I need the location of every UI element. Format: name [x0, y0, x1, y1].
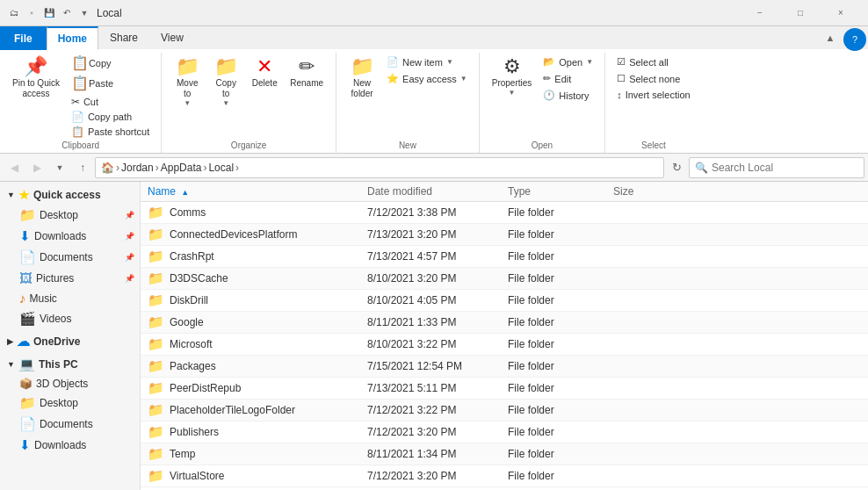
- refresh-button[interactable]: ↻: [666, 157, 687, 178]
- file-list: Name ▲ Date modified Type Size 📁 Comms 7…: [141, 182, 868, 490]
- sidebar-item-downloads-pc[interactable]: ⬇ Downloads: [0, 435, 140, 456]
- cut-button[interactable]: ✂ Cut: [67, 95, 154, 109]
- sidebar-item-3d-objects[interactable]: 📦 3D Objects: [0, 375, 140, 393]
- table-row[interactable]: 📁 ConnectedDevicesPlatform 7/13/2021 3:2…: [141, 224, 868, 246]
- history-button[interactable]: 🕐 History: [539, 88, 597, 103]
- quick-access-icon: ▪: [25, 6, 39, 20]
- properties-dropdown-icon: ▼: [509, 89, 516, 97]
- back-button[interactable]: ◀: [4, 157, 25, 178]
- copy-path-button[interactable]: 📄 Copy path: [67, 110, 154, 124]
- sidebar-item-videos[interactable]: 🎬 Videos: [0, 308, 140, 329]
- paste-icon: 📋: [71, 76, 89, 90]
- sidebar-section-onedrive: ▶ ☁ OneDrive: [0, 331, 140, 352]
- table-row[interactable]: 📁 Publishers 7/12/2021 3:20 PM File fold…: [141, 422, 868, 443]
- open-button[interactable]: 📂 Open ▼: [539, 54, 597, 69]
- sidebar-item-desktop-pc[interactable]: 📁 Desktop: [0, 393, 140, 414]
- sidebar-item-music[interactable]: ♪ Music: [0, 288, 140, 308]
- clipboard-col: 📋 Copy 📋 Paste ✂ Cut 📄 Copy path 📋: [67, 54, 154, 139]
- new-item-button[interactable]: 📄 New item ▼: [382, 54, 472, 69]
- copy-to-button[interactable]: 📁 Copy to ▼: [207, 54, 244, 111]
- sidebar-item-downloads[interactable]: ⬇ Downloads 📌: [0, 226, 140, 247]
- recent-locations-button[interactable]: ▼: [49, 157, 70, 178]
- sidebar-item-documents[interactable]: 📄 Documents 📌: [0, 247, 140, 268]
- sidebar-item-desktop[interactable]: 📁 Desktop 📌: [0, 205, 140, 226]
- file-type-cell: File folder: [508, 360, 613, 372]
- videos-folder-icon: 🎬: [19, 311, 36, 327]
- onedrive-icon: ☁: [17, 334, 30, 349]
- paste-shortcut-button[interactable]: 📋 Paste shortcut: [67, 125, 154, 139]
- table-row[interactable]: 📁 Comms 7/12/2021 3:38 PM File folder: [141, 202, 868, 224]
- dropdown-title-icon[interactable]: ▼: [77, 6, 91, 20]
- pin-indicator-pictures: 📌: [125, 274, 134, 283]
- file-date-cell: 8/10/2021 3:20 PM: [367, 272, 508, 285]
- properties-button[interactable]: ⚙ Properties ▼: [487, 54, 538, 100]
- table-row[interactable]: 📁 PeerDistRepub 7/13/2021 5:11 PM File f…: [141, 378, 868, 400]
- pin-button[interactable]: 📌 Pin to Quick access: [7, 54, 65, 102]
- search-input[interactable]: [712, 162, 858, 174]
- table-row[interactable]: 📁 D3DSCache 8/10/2021 3:20 PM File folde…: [141, 268, 868, 290]
- sidebar-this-pc-header[interactable]: ▼ 💻 This PC: [0, 354, 140, 375]
- table-row[interactable]: 📁 PlaceholderTileLogoFolder 7/12/2021 3:…: [141, 400, 868, 422]
- table-row[interactable]: 📁 CrashRpt 7/13/2021 4:57 PM File folder: [141, 246, 868, 268]
- tab-view[interactable]: View: [149, 26, 195, 49]
- maximize-button[interactable]: □: [780, 0, 821, 26]
- delete-button[interactable]: ✕ Delete: [246, 54, 283, 91]
- path-local: Local: [208, 162, 234, 174]
- tab-file[interactable]: File: [0, 26, 47, 50]
- file-name-cell: 📁 VirtualStore: [148, 468, 367, 484]
- select-all-button[interactable]: ☑ Select all: [612, 54, 694, 69]
- tab-share[interactable]: Share: [98, 26, 149, 49]
- rename-button[interactable]: ✏ Rename: [285, 54, 329, 91]
- copy-path-icon: 📄: [71, 111, 84, 123]
- help-button[interactable]: ?: [843, 28, 866, 51]
- ribbon-collapse-button[interactable]: ▲: [819, 26, 842, 49]
- minimize-button[interactable]: −: [740, 0, 780, 26]
- invert-selection-button[interactable]: ↕ Invert selection: [612, 88, 694, 102]
- edit-button[interactable]: ✏ Edit: [539, 71, 597, 86]
- col-header-size[interactable]: Size: [613, 185, 684, 198]
- search-box[interactable]: 🔍: [689, 157, 864, 178]
- col-header-type[interactable]: Type: [508, 185, 613, 198]
- new-folder-button[interactable]: 📁 New folder: [344, 54, 380, 102]
- up-button[interactable]: ↑: [72, 157, 93, 178]
- table-row[interactable]: 📁 Microsoft 8/10/2021 3:22 PM File folde…: [141, 334, 868, 356]
- table-row[interactable]: 📁 Packages 7/15/2021 12:54 PM File folde…: [141, 356, 868, 378]
- easy-access-button[interactable]: ⭐ Easy access ▼: [382, 71, 472, 86]
- downloads-pc-icon: ⬇: [19, 437, 31, 453]
- forward-button[interactable]: ▶: [26, 157, 47, 178]
- downloads-folder-icon: ⬇: [19, 228, 31, 244]
- select-none-button[interactable]: ☐ Select none: [612, 71, 694, 86]
- delete-icon: ✕: [257, 57, 272, 76]
- address-bar: ◀ ▶ ▼ ↑ 🏠 › Jordan › AppData › Local › ↻…: [0, 154, 868, 182]
- move-to-button[interactable]: 📁 Move to ▼: [169, 54, 206, 111]
- col-header-date[interactable]: Date modified: [367, 185, 508, 198]
- file-date-cell: 8/11/2021 1:33 PM: [367, 316, 508, 328]
- sidebar-item-documents-pc[interactable]: 📄 Documents: [0, 414, 140, 435]
- new-label: New: [344, 139, 472, 153]
- paste-button[interactable]: 📋 Paste: [67, 75, 154, 94]
- move-to-dropdown-icon: ▼: [184, 99, 191, 108]
- table-row[interactable]: 📁 Temp 8/11/2021 1:34 PM File folder: [141, 443, 868, 465]
- organize-items: 📁 Move to ▼ 📁 Copy to ▼ ✕ Delete ✏ Renam…: [169, 54, 329, 139]
- sidebar-quick-access-header[interactable]: ▼ ★ Quick access: [0, 185, 140, 205]
- folder-icon: 📁: [148, 358, 164, 374]
- table-row[interactable]: 📁 VirtualStore 7/12/2021 3:20 PM File fo…: [141, 465, 868, 487]
- pin-indicator-downloads: 📌: [125, 232, 134, 241]
- table-row[interactable]: 📁 Google 8/11/2021 1:33 PM File folder: [141, 312, 868, 334]
- save-icon: 💾: [42, 6, 56, 20]
- table-row[interactable]: 📁 DiskDrill 8/10/2021 4:05 PM File folde…: [141, 290, 868, 312]
- pin-indicator-desktop: 📌: [125, 211, 134, 220]
- col-header-name[interactable]: Name ▲: [148, 185, 367, 198]
- file-name: VirtualStore: [170, 470, 224, 482]
- close-button[interactable]: ×: [821, 0, 861, 26]
- address-path[interactable]: 🏠 › Jordan › AppData › Local ›: [95, 157, 664, 178]
- sidebar-onedrive-header[interactable]: ▶ ☁ OneDrive: [0, 331, 140, 352]
- copy-button[interactable]: 📋 Copy: [67, 54, 154, 74]
- tab-home[interactable]: Home: [47, 26, 98, 50]
- file-type-cell: File folder: [508, 426, 613, 438]
- title-bar-icons: 🗂 ▪ 💾 ↶ ▼: [7, 6, 91, 20]
- history-icon: 🕐: [543, 90, 555, 101]
- properties-icon: ⚙: [503, 57, 521, 76]
- sidebar-item-pictures[interactable]: 🖼 Pictures 📌: [0, 268, 140, 288]
- ribbon-tabs: File Home Share View ▲ ?: [0, 26, 868, 49]
